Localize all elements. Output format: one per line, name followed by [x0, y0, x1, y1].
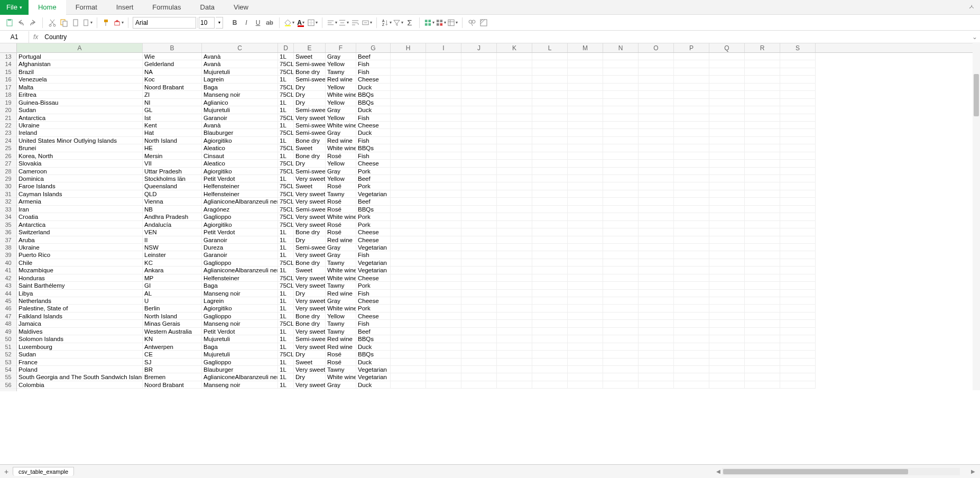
cell[interactable]: [674, 114, 709, 122]
cell[interactable]: 75CL: [278, 320, 294, 327]
cell[interactable]: United States Minor Outlying Islands: [17, 137, 143, 144]
row-header[interactable]: 16: [0, 76, 16, 83]
cell[interactable]: [532, 91, 568, 98]
cell[interactable]: [391, 122, 426, 129]
horizontal-scroll-thumb[interactable]: [723, 469, 908, 474]
cell[interactable]: [532, 381, 568, 389]
cell[interactable]: [674, 297, 709, 305]
cell[interactable]: [532, 251, 568, 259]
cell[interactable]: [568, 274, 603, 282]
cell[interactable]: [639, 182, 674, 190]
cell[interactable]: [532, 274, 568, 282]
row-header[interactable]: 28: [0, 168, 16, 175]
cell[interactable]: QLD: [143, 190, 202, 198]
cell[interactable]: [639, 84, 674, 91]
vertical-scroll-thumb[interactable]: [974, 74, 979, 116]
cell[interactable]: [709, 175, 745, 182]
cell[interactable]: [426, 160, 461, 167]
cell[interactable]: BBQs: [356, 335, 391, 343]
cell[interactable]: 1L: [278, 106, 294, 114]
cell[interactable]: Bone dry: [294, 259, 326, 266]
cell[interactable]: [426, 381, 461, 389]
cell[interactable]: Falkland Islands: [17, 312, 143, 320]
cell[interactable]: [532, 182, 568, 190]
cell[interactable]: Beef: [356, 53, 391, 60]
cell[interactable]: [674, 290, 709, 297]
cell[interactable]: [532, 129, 568, 136]
row-header[interactable]: 25: [0, 144, 16, 152]
cell[interactable]: [709, 236, 745, 244]
borders-icon[interactable]: [307, 17, 318, 28]
cell[interactable]: [532, 320, 568, 327]
cell[interactable]: 1L: [278, 358, 294, 366]
row-header[interactable]: 32: [0, 198, 16, 205]
cell[interactable]: ZI: [143, 91, 202, 98]
cell[interactable]: Mujuretuli: [202, 351, 278, 358]
cell[interactable]: NA: [143, 68, 202, 76]
column-header-H[interactable]: H: [391, 43, 426, 52]
cell[interactable]: [709, 114, 745, 122]
cell[interactable]: [461, 206, 497, 213]
cell[interactable]: [497, 236, 532, 244]
cell[interactable]: Manseng noir: [202, 320, 278, 327]
cell[interactable]: Very sweet: [294, 297, 326, 305]
cell[interactable]: [603, 91, 639, 98]
cell[interactable]: [391, 76, 426, 83]
cell[interactable]: BBQs: [356, 144, 391, 152]
cell[interactable]: [461, 373, 497, 381]
cell[interactable]: [780, 312, 816, 320]
cell[interactable]: 1L: [278, 236, 294, 244]
cell[interactable]: [709, 274, 745, 282]
cell[interactable]: [532, 213, 568, 220]
cell[interactable]: [568, 312, 603, 320]
cell[interactable]: [709, 312, 745, 320]
cell[interactable]: [674, 373, 709, 381]
cell[interactable]: [532, 351, 568, 358]
column-header-P[interactable]: P: [674, 43, 709, 52]
cell[interactable]: Bone dry: [294, 320, 326, 327]
cell[interactable]: [461, 129, 497, 136]
cell[interactable]: [497, 106, 532, 114]
cell[interactable]: [639, 190, 674, 198]
cell[interactable]: 1L: [278, 137, 294, 144]
cell[interactable]: [674, 168, 709, 175]
cell[interactable]: [709, 358, 745, 366]
cell[interactable]: [674, 99, 709, 106]
cell[interactable]: [497, 366, 532, 373]
cell[interactable]: [497, 259, 532, 266]
cell[interactable]: [674, 305, 709, 312]
cell[interactable]: Brunei: [17, 144, 143, 152]
cell[interactable]: [745, 266, 780, 274]
cell[interactable]: [639, 228, 674, 236]
cell[interactable]: 1L: [278, 343, 294, 351]
cell[interactable]: Korea, North: [17, 152, 143, 160]
cell[interactable]: [497, 244, 532, 251]
cell[interactable]: [745, 259, 780, 266]
cell[interactable]: [674, 160, 709, 167]
cell[interactable]: [532, 244, 568, 251]
cell[interactable]: Garanoir: [202, 251, 278, 259]
cell[interactable]: 1L: [278, 244, 294, 251]
cell[interactable]: [532, 198, 568, 205]
cell[interactable]: Cheese: [356, 312, 391, 320]
cell[interactable]: NSW: [143, 244, 202, 251]
cell[interactable]: Switzerland: [17, 228, 143, 236]
cell[interactable]: [391, 335, 426, 343]
cell[interactable]: Cheese: [356, 160, 391, 167]
cell[interactable]: [745, 84, 780, 91]
cell[interactable]: VEN: [143, 228, 202, 236]
cell[interactable]: Guinea-Bissau: [17, 99, 143, 106]
cell[interactable]: [461, 160, 497, 167]
cell[interactable]: Honduras: [17, 274, 143, 282]
cell[interactable]: Very sweet: [294, 114, 326, 122]
cell[interactable]: [497, 351, 532, 358]
cell[interactable]: [461, 266, 497, 274]
cell[interactable]: [603, 282, 639, 289]
cell[interactable]: [568, 76, 603, 83]
cell[interactable]: 1L: [278, 366, 294, 373]
cell[interactable]: [426, 274, 461, 282]
cell[interactable]: [497, 190, 532, 198]
cell[interactable]: Sudan: [17, 351, 143, 358]
cell[interactable]: GL: [143, 106, 202, 114]
cell[interactable]: Agiorgitiko: [202, 221, 278, 228]
